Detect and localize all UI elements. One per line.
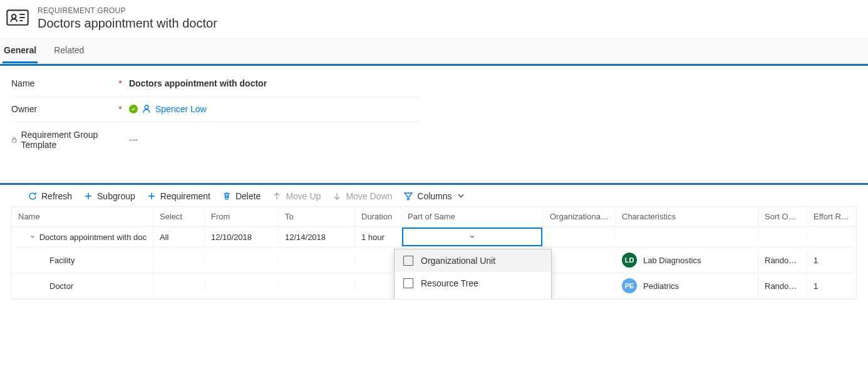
page-title: Doctors appointment with doctor [38, 16, 217, 31]
cell-effort[interactable]: 1 [807, 251, 857, 270]
entity-type-label: REQUIREMENT GROUP [38, 6, 217, 15]
cell-characteristics[interactable] [616, 232, 758, 242]
owner-field-label: Owner [11, 104, 111, 114]
cell-characteristics[interactable]: PE Pediatrics [616, 273, 758, 298]
lock-icon [11, 136, 17, 144]
col-duration[interactable]: Duration [355, 207, 401, 226]
arrow-up-icon [272, 191, 282, 201]
requirement-group-icon [5, 5, 30, 32]
svg-rect-6 [13, 139, 16, 142]
tab-related[interactable]: Related [53, 39, 85, 63]
page-header: REQUIREMENT GROUP Doctors appointment wi… [0, 0, 868, 38]
cell-sort[interactable]: Randomize [758, 251, 807, 270]
requirements-grid: Name Select From To Duration Part of Sam… [11, 206, 857, 300]
cell-from[interactable]: 12/10/2018 [205, 227, 279, 247]
refresh-button[interactable]: Refresh [28, 191, 72, 201]
movedown-button: Move Down [332, 191, 392, 201]
svg-point-5 [145, 105, 148, 109]
presence-available-icon [129, 105, 138, 113]
cell-sort[interactable] [758, 232, 807, 242]
col-sortoption[interactable]: Sort Option [758, 207, 807, 226]
cell-effort[interactable]: 1 [807, 276, 857, 296]
grid-header-row: Name Select From To Duration Part of Sam… [12, 207, 856, 227]
tab-general[interactable]: General [3, 39, 38, 63]
col-from[interactable]: From [205, 207, 279, 226]
svg-point-1 [12, 14, 16, 19]
row-name: Doctors appointment with doc [39, 233, 147, 242]
chevron-down-icon [468, 233, 476, 241]
form-section: Name * Doctors appointment with doctor O… [0, 66, 432, 170]
characteristic-label: Pediatrics [643, 281, 679, 291]
table-row[interactable]: Doctors appointment with doc All 12/10/2… [12, 227, 856, 248]
dropdown-option-org-unit[interactable]: Organizational Unit [395, 249, 551, 272]
tab-bar: General Related [0, 38, 868, 64]
col-partof[interactable]: Part of Same [401, 207, 544, 226]
moveup-button: Move Up [272, 191, 321, 201]
name-field-label: Name [11, 78, 111, 88]
owner-link[interactable]: Spencer Low [155, 104, 207, 114]
required-indicator: * [116, 104, 124, 114]
cell-sort[interactable]: Randomize [758, 276, 807, 296]
person-icon [142, 104, 152, 114]
col-name[interactable]: Name [12, 207, 153, 226]
checkbox[interactable] [403, 278, 413, 288]
cell-effort[interactable] [807, 232, 857, 242]
checkbox[interactable] [403, 256, 413, 266]
avatar: PE [622, 278, 637, 293]
requirement-button[interactable]: Requirement [147, 191, 210, 201]
characteristic-label: Lab Diagnostics [643, 256, 701, 265]
cell-orgunit[interactable] [544, 232, 616, 242]
columns-button[interactable]: Columns [403, 191, 465, 201]
cell-to[interactable]: 12/14/2018 [279, 227, 355, 247]
grid-toolbar: Refresh Subgroup Requirement Delete Move… [0, 185, 868, 206]
dropdown-option-location[interactable]: Location [395, 295, 551, 300]
delete-button[interactable]: Delete [222, 191, 261, 201]
name-field-value[interactable]: Doctors appointment with doctor [129, 78, 267, 88]
template-field-label: Requirement Group Template [11, 130, 111, 150]
trash-icon [222, 191, 232, 201]
col-select[interactable]: Select [153, 207, 205, 226]
cell-duration[interactable]: 1 hour [355, 227, 401, 247]
filter-icon [403, 191, 413, 201]
row-name: Facility [49, 256, 75, 265]
template-field-value: --- [129, 135, 138, 145]
template-label-text: Requirement Group Template [21, 130, 111, 150]
col-to[interactable]: To [279, 207, 355, 226]
partof-same-dropdown-menu[interactable]: Organizational Unit Resource Tree Locati… [394, 249, 552, 300]
cell-characteristics[interactable]: LD Lab Diagnostics [616, 248, 758, 273]
chevron-down-icon[interactable] [29, 233, 36, 241]
col-characteristics[interactable]: Characteristics [616, 207, 758, 226]
arrow-down-icon [332, 191, 342, 201]
col-effort[interactable]: Effort Require [807, 207, 857, 226]
cell-select[interactable]: All [153, 227, 205, 247]
subgroup-button[interactable]: Subgroup [83, 191, 135, 201]
dropdown-option-resource-tree[interactable]: Resource Tree [395, 272, 551, 295]
row-name: Doctor [49, 281, 73, 291]
avatar: LD [622, 253, 637, 268]
col-orgunit[interactable]: Organizational Unit [544, 207, 616, 226]
partof-same-dropdown[interactable] [402, 227, 542, 246]
chevron-down-icon [456, 191, 466, 201]
required-indicator: * [116, 78, 124, 88]
